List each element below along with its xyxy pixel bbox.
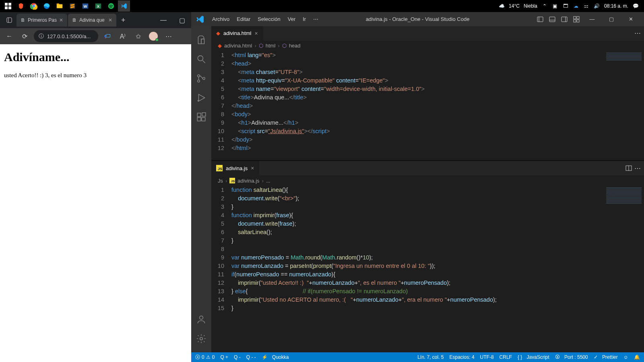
brave-icon[interactable] [15, 0, 27, 12]
close-icon[interactable]: ✕ [108, 17, 112, 23]
layout-right-icon[interactable] [559, 14, 570, 25]
menu-archivo[interactable]: Archivo [209, 14, 233, 24]
minimize-button[interactable]: — [583, 12, 601, 26]
maximize-button[interactable]: ▢ [173, 12, 191, 28]
status-feedback-icon[interactable]: ☺ [623, 354, 628, 360]
minimize-button[interactable]: — [154, 12, 173, 28]
status-qminus[interactable]: Q - [234, 354, 241, 360]
vscode-taskbar-icon[interactable] [118, 0, 130, 12]
svg-rect-0 [5, 3, 8, 6]
explorer-icon[interactable] [192, 30, 211, 49]
status-liveserver[interactable]: ⦿ Port : 5500 [555, 354, 588, 360]
browser-tab-2[interactable]: 🗎 Adivina que ✕ [68, 14, 116, 27]
breadcrumb-top[interactable]: ◆ adivina.html › ⬡ html › ⬡ head [211, 41, 644, 51]
editor-group-top: ◆ adivina.html × ⋯ ◆ adivina.html › ⬡ [211, 26, 644, 161]
onedrive-tray-icon[interactable]: ▣ [552, 3, 558, 9]
menu-ir[interactable]: Ir [299, 14, 309, 24]
status-eol[interactable]: CRLF [500, 354, 512, 360]
run-debug-icon[interactable] [192, 88, 211, 107]
svg-rect-35 [197, 113, 201, 117]
close-icon[interactable]: × [251, 165, 254, 171]
search-icon[interactable] [192, 49, 211, 69]
svg-rect-2 [5, 6, 8, 9]
spotify-icon[interactable] [105, 0, 117, 12]
minimap[interactable] [606, 53, 642, 61]
svg-point-31 [198, 75, 200, 77]
status-qdash[interactable]: Q - - [246, 354, 256, 360]
weather-icon[interactable]: ☁️ [498, 3, 505, 9]
favorite-icon[interactable]: ✩ [132, 30, 144, 42]
more-icon[interactable]: ⋯ [634, 165, 641, 172]
maximize-button[interactable]: ▢ [602, 12, 621, 26]
breadcrumb-bottom[interactable]: Js › JS adivina.js › ... [211, 175, 644, 186]
profile-icon[interactable] [147, 30, 159, 42]
clock[interactable]: 08:16 a. m. [604, 3, 628, 9]
layout-left-icon[interactable] [535, 14, 546, 25]
check-icon: ✓ [594, 354, 598, 360]
bc-html: html [266, 43, 276, 49]
status-qplus[interactable]: Q + [220, 354, 228, 360]
svg-rect-26 [577, 16, 579, 19]
chrome-icon[interactable] [28, 0, 40, 12]
excel-icon[interactable]: X [92, 0, 104, 12]
menu-seleccion[interactable]: Selección [254, 14, 283, 24]
menu-editar[interactable]: Editar [233, 14, 254, 24]
svg-point-40 [200, 337, 203, 340]
more-button[interactable]: ⋯ [163, 30, 175, 42]
browser-tabstrip: 🗎 Primeros Pas ✕ 🗎 Adivina que ✕ + — ▢ [0, 12, 191, 28]
weather-desc[interactable]: Niebla [524, 3, 537, 9]
address-bar[interactable]: ⓘ 127.0.0.1:5500/a... [34, 30, 98, 42]
edge-icon[interactable] [41, 0, 53, 12]
browser-tab-1[interactable]: 🗎 Primeros Pas ✕ [17, 14, 67, 27]
cloud-tray-icon[interactable]: ☁ [573, 3, 579, 9]
read-aloud-icon[interactable]: A⁾ [117, 30, 129, 42]
svg-rect-23 [561, 17, 567, 22]
tab-adivina-js[interactable]: JS adivina.js × [211, 161, 259, 175]
broadcast-icon: ⦿ [555, 354, 560, 360]
menu-ver[interactable]: Ver [285, 14, 299, 24]
explorer-icon[interactable] [54, 0, 66, 12]
more-icon[interactable]: ⋯ [634, 29, 641, 37]
split-editor-icon[interactable] [625, 165, 632, 171]
battery-tray-icon[interactable]: 🗔 [562, 3, 569, 9]
status-prettier[interactable]: ✓ Prettier [594, 354, 618, 360]
symbol-icon: ⬡ [282, 43, 287, 49]
url-text: 127.0.0.1:5500/a... [47, 33, 91, 39]
settings-icon[interactable] [192, 329, 211, 348]
source-control-icon[interactable] [192, 69, 211, 88]
status-quokka[interactable]: ⚡ Quokka [262, 354, 289, 360]
tab-actions-button[interactable] [2, 14, 17, 27]
close-icon[interactable]: ✕ [59, 17, 63, 23]
extensions-icon[interactable] [192, 107, 211, 127]
status-errors[interactable]: ⓧ0 ⚠0 [195, 354, 215, 361]
minimap[interactable] [606, 187, 642, 204]
status-ln-col[interactable]: Lín. 7, col. 5 [417, 354, 444, 360]
status-bell-icon[interactable]: 🔔 [634, 354, 640, 360]
new-tab-button[interactable]: + [117, 16, 130, 25]
weather-temp[interactable]: 14°C [509, 3, 520, 9]
notification-tray-icon[interactable]: 💬 [632, 3, 639, 9]
status-encoding[interactable]: UTF-8 [480, 354, 494, 360]
start-button[interactable] [2, 0, 14, 12]
account-icon[interactable] [192, 310, 211, 329]
code-editor-html[interactable]: 123456789101112 <html lang="es"> <head> … [211, 51, 644, 160]
back-button[interactable]: ← [3, 30, 15, 42]
close-icon[interactable]: × [254, 30, 258, 37]
status-spaces[interactable]: Espacios: 4 [450, 354, 475, 360]
svg-point-33 [203, 77, 205, 79]
refresh-button[interactable]: ⟳ [19, 30, 31, 42]
tag-icon[interactable]: 🏷 [101, 30, 114, 42]
menu-more[interactable]: ⋯ [310, 14, 322, 24]
chevron-up-icon[interactable]: ⌃ [541, 3, 548, 9]
sound-tray-icon[interactable]: 🔊 [594, 3, 600, 9]
status-language[interactable]: { } JavaScript [518, 354, 549, 360]
wifi-tray-icon[interactable]: ⚏ [583, 3, 590, 9]
taskbar-right: ☁️ 14°C Niebla ⌃ ▣ 🗔 ☁ ⚏ 🔊 08:16 a. m. 💬 [498, 3, 642, 9]
layout-customize-icon[interactable] [571, 14, 582, 25]
word-icon[interactable]: W [79, 0, 91, 12]
tab-adivina-html[interactable]: ◆ adivina.html × [211, 26, 263, 41]
layout-bottom-icon[interactable] [547, 14, 558, 25]
sublime-icon[interactable] [66, 0, 78, 12]
close-button[interactable]: ✕ [621, 12, 640, 26]
code-editor-js[interactable]: 123456789101112131415 function saltarLin… [211, 186, 644, 315]
